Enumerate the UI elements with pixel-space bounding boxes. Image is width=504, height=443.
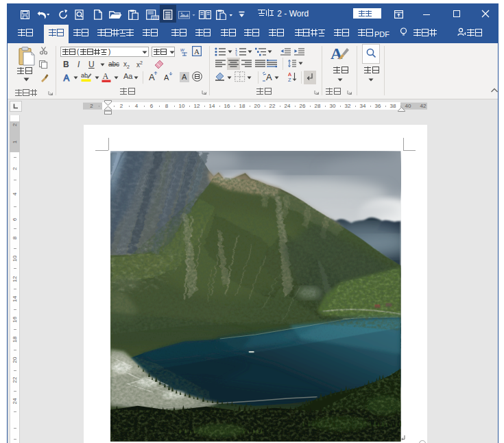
svg-text:A: A [103, 71, 109, 81]
svg-text:A: A [64, 73, 70, 83]
svg-text:A: A [164, 73, 169, 82]
svg-text:A: A [194, 47, 200, 56]
svg-text:A: A [331, 45, 343, 62]
svg-text:A: A [266, 72, 272, 82]
svg-text:100: 100 [152, 16, 158, 20]
svg-text:w: w [180, 47, 185, 53]
svg-text:A: A [149, 72, 155, 82]
svg-text:3: 3 [235, 53, 237, 57]
svg-text:Z: Z [288, 77, 291, 82]
svg-text:ab: ab [81, 72, 88, 79]
